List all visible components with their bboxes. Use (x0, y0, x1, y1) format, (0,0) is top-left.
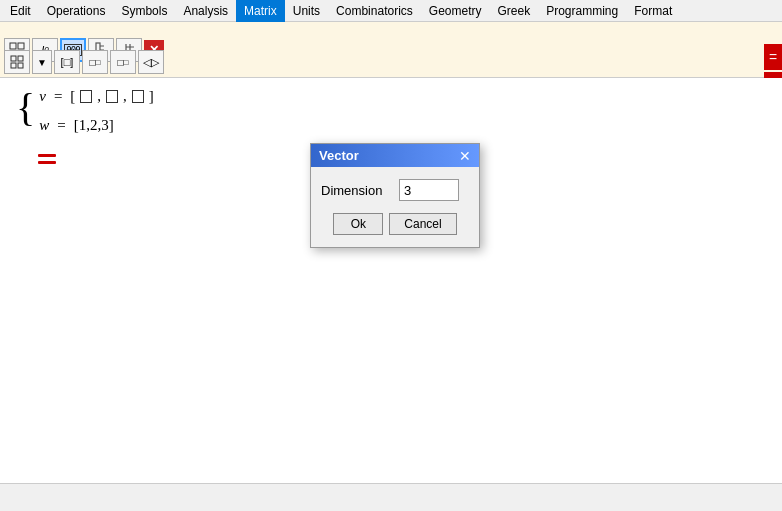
menu-geometry[interactable]: Geometry (421, 0, 490, 22)
dialog-titlebar: Vector ✕ (311, 144, 479, 167)
red-equals-button[interactable]: = (764, 44, 782, 70)
dimension-label: Dimension (321, 183, 391, 198)
menu-edit[interactable]: Edit (2, 0, 39, 22)
dialog-body: Dimension Ok Cancel (311, 167, 479, 247)
var-v: v (39, 88, 46, 105)
subscript-button[interactable]: □□ (110, 50, 136, 74)
vec-placeholder-3 (132, 90, 144, 103)
dropdown-button[interactable]: ▼ (32, 50, 52, 74)
cancel-button[interactable]: Cancel (389, 213, 456, 235)
menu-format[interactable]: Format (626, 0, 680, 22)
menu-symbols[interactable]: Symbols (113, 0, 175, 22)
main-content: { v = [ , , ] w = [1,2,3] (0, 78, 782, 483)
vector-dialog: Vector ✕ Dimension Ok Cancel (310, 143, 480, 248)
svg-rect-12 (11, 56, 16, 61)
bracket-row-button[interactable]: [□] (54, 50, 80, 74)
statusbar (0, 483, 782, 511)
svg-rect-16 (38, 154, 56, 157)
bracket-open-v: [ (70, 88, 75, 105)
svg-rect-1 (18, 43, 24, 49)
svg-rect-0 (10, 43, 16, 49)
dialog-buttons: Ok Cancel (321, 213, 469, 235)
math-group: { v = [ , , ] w = [1,2,3] (16, 88, 766, 140)
menu-matrix[interactable]: Matrix (236, 0, 285, 22)
dimension-input[interactable] (399, 179, 459, 201)
menu-programming[interactable]: Programming (538, 0, 626, 22)
math-line-1: v = [ , , ] (39, 88, 154, 105)
menu-operations[interactable]: Operations (39, 0, 114, 22)
menu-units[interactable]: Units (285, 0, 328, 22)
vec-placeholder-1 (80, 90, 92, 103)
math-line-2: w = [1,2,3] (39, 117, 154, 134)
menu-greek[interactable]: Greek (490, 0, 539, 22)
svg-rect-13 (18, 56, 23, 61)
toolbar-row2: ▼ [□] □□ □□ ◁▷ (4, 50, 164, 74)
wave-button[interactable]: ◁▷ (138, 50, 164, 74)
toolbar: I0 000 ✕ (0, 22, 782, 78)
bracket-close-v: ] (149, 88, 154, 105)
ok-button[interactable]: Ok (333, 213, 383, 235)
svg-rect-14 (11, 63, 16, 68)
svg-rect-15 (18, 63, 23, 68)
dialog-close-button[interactable]: ✕ (459, 149, 471, 163)
menubar: Edit Operations Symbols Analysis Matrix … (0, 0, 782, 22)
dimension-row: Dimension (321, 179, 469, 201)
left-bracket: { (16, 88, 35, 128)
comma-1: , (97, 88, 101, 105)
dialog-title-text: Vector (319, 148, 359, 163)
red-eq-icon (36, 150, 58, 168)
math-expressions: v = [ , , ] w = [1,2,3] (39, 88, 154, 140)
menu-combinatorics[interactable]: Combinatorics (328, 0, 421, 22)
eq-w: = (57, 117, 65, 134)
menu-analysis[interactable]: Analysis (175, 0, 236, 22)
grid-small-button[interactable] (4, 50, 30, 74)
vec-w-val: [1,2,3] (74, 117, 114, 134)
work-area: { v = [ , , ] w = [1,2,3] (0, 78, 782, 483)
superscript-button[interactable]: □□ (82, 50, 108, 74)
vec-placeholder-2 (106, 90, 118, 103)
comma-2: , (123, 88, 127, 105)
small-grid-icon (10, 55, 24, 69)
var-w: w (39, 117, 49, 134)
svg-rect-17 (38, 161, 56, 164)
eq-v: = (54, 88, 62, 105)
